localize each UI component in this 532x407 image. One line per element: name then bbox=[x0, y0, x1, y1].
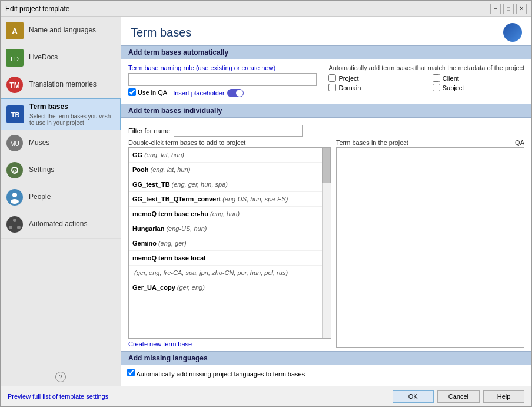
svg-point-19 bbox=[9, 226, 12, 229]
domain-checkbox[interactable] bbox=[328, 84, 336, 91]
client-checkbox-label[interactable]: Client bbox=[433, 74, 524, 82]
tm-icon: TM bbox=[5, 75, 24, 94]
individually-section: Filter for name Double-click term bases … bbox=[128, 125, 524, 348]
page-title: Term bases bbox=[131, 26, 191, 39]
naming-rule-options: Use in QA Insert placeholder bbox=[128, 88, 317, 98]
missing-lang-checkbox[interactable] bbox=[127, 369, 135, 376]
livedocs-icon: LD bbox=[5, 48, 24, 67]
use-in-qa-checkbox-label[interactable]: Use in QA bbox=[128, 88, 167, 96]
main-header: Term bases bbox=[121, 17, 531, 45]
term-list-right: Term bases in the project QA bbox=[336, 139, 524, 348]
title-bar: Edit project template − □ ✕ bbox=[1, 1, 531, 17]
sidebar-term-bases-content: Term bases Select the term bases you wis… bbox=[29, 102, 115, 126]
term-list-box[interactable]: GG (eng, lat, hun) + Pooh (eng, lat, hun… bbox=[128, 147, 331, 339]
svg-point-15 bbox=[11, 199, 19, 204]
term-name: memoQ term base en-hu bbox=[132, 210, 208, 217]
term-name: Gemino bbox=[132, 240, 157, 247]
maximize-button[interactable]: □ bbox=[503, 4, 514, 14]
naming-rule-input[interactable] bbox=[128, 73, 317, 86]
subject-checkbox-label[interactable]: Subject bbox=[433, 84, 524, 91]
svg-text:TB: TB bbox=[11, 111, 20, 118]
name-lang-icon: A bbox=[5, 21, 24, 40]
project-header: Term bases in the project bbox=[336, 139, 408, 146]
scrollbar-track[interactable] bbox=[322, 148, 331, 338]
term-bases-header-icon bbox=[503, 23, 522, 42]
auto-icon bbox=[5, 215, 24, 234]
term-icon: TB bbox=[6, 105, 25, 124]
term-list-left: Double-click term bases to add to projec… bbox=[128, 139, 331, 348]
sidebar-label-name-languages: Name and languages bbox=[29, 26, 96, 35]
sidebar-item-term-bases[interactable]: TB Term bases Select the term bases you … bbox=[1, 98, 121, 130]
main-window: Edit project template − □ ✕ A Name and l… bbox=[0, 0, 532, 407]
use-in-qa-checkbox[interactable] bbox=[128, 88, 136, 96]
term-langs: (ger, eng, fre-CA, spa, jpn, zho-CN, por… bbox=[134, 269, 288, 276]
term-item-memoq-local-langs[interactable]: (ger, eng, fre-CA, spa, jpn, zho-CN, por… bbox=[129, 266, 331, 280]
term-name: GG_test_TB_QTerm_convert bbox=[132, 196, 221, 203]
window-controls: − □ ✕ bbox=[490, 4, 527, 14]
svg-text:⚙: ⚙ bbox=[12, 168, 17, 174]
missing-lang-label: Automatically add missing project langua… bbox=[136, 370, 305, 378]
svg-text:A: A bbox=[12, 27, 18, 36]
term-item-ger-ua-copy[interactable]: Ger_UA_copy (ger, eng) + bbox=[129, 280, 331, 295]
metadata-label: Automatically add term bases that match … bbox=[328, 64, 524, 71]
term-name: GG_test_TB bbox=[132, 181, 170, 188]
sidebar-item-muses[interactable]: MU Muses bbox=[1, 130, 121, 157]
term-item-memoq-en-hu[interactable]: memoQ term base en-hu (eng, hun) + bbox=[129, 207, 331, 221]
sidebar-label-livedocs: LiveDocs bbox=[29, 53, 58, 62]
svg-text:LD: LD bbox=[11, 55, 19, 62]
scrollbar-thumb[interactable] bbox=[322, 148, 331, 183]
term-project-box bbox=[336, 147, 524, 348]
project-checkbox-label[interactable]: Project bbox=[328, 74, 420, 82]
missing-lang-section-bar: Add missing languages bbox=[121, 351, 531, 365]
help-button[interactable]: Help bbox=[483, 390, 524, 403]
domain-checkbox-label[interactable]: Domain bbox=[328, 84, 420, 91]
project-checkbox[interactable] bbox=[328, 74, 336, 82]
term-name: GG bbox=[132, 151, 142, 158]
naming-rule-label: Term base naming rule (use existing or c… bbox=[128, 64, 317, 71]
term-item-pooh[interactable]: Pooh (eng, lat, hun) + bbox=[129, 163, 331, 177]
term-item-hungarian[interactable]: Hungarian (eng-US, hun) + bbox=[129, 221, 331, 236]
term-langs: (eng, lat, hun) bbox=[144, 151, 184, 158]
term-item-gemino[interactable]: Gemino (eng, ger) + bbox=[129, 236, 331, 251]
minimize-button[interactable]: − bbox=[490, 4, 501, 14]
term-item-gg[interactable]: GG (eng, lat, hun) + bbox=[129, 148, 331, 163]
content-area: Term base naming rule (use existing or c… bbox=[121, 59, 531, 386]
sidebar-item-automated-actions[interactable]: Automated actions bbox=[1, 211, 121, 239]
close-button[interactable]: ✕ bbox=[516, 4, 527, 14]
client-checkbox[interactable] bbox=[433, 74, 440, 82]
window-footer: Preview full list of template settings O… bbox=[1, 386, 531, 406]
auto-add-section: Term base naming rule (use existing or c… bbox=[128, 64, 524, 98]
term-item-gg-test-tb-qterm[interactable]: GG_test_TB_QTerm_convert (eng-US, hun, s… bbox=[129, 192, 331, 207]
sidebar-item-settings[interactable]: ⚙ Settings bbox=[1, 157, 121, 184]
sidebar: A Name and languages LD LiveDocs bbox=[1, 17, 121, 386]
sidebar-item-translation-memories[interactable]: TM Translation memories bbox=[1, 71, 121, 98]
sidebar-item-livedocs[interactable]: LD LiveDocs bbox=[1, 44, 121, 71]
settings-icon: ⚙ bbox=[5, 161, 24, 180]
insert-placeholder-label: Insert placeholder bbox=[173, 90, 224, 97]
insert-placeholder-group[interactable]: Insert placeholder bbox=[173, 89, 243, 97]
naming-rule-group: Term base naming rule (use existing or c… bbox=[128, 64, 317, 98]
cancel-button[interactable]: Cancel bbox=[437, 390, 480, 403]
sidebar-sublabel-term-bases: Select the term bases you wish to use in… bbox=[29, 113, 115, 126]
subject-checkbox[interactable] bbox=[433, 84, 440, 91]
sidebar-item-people[interactable]: People bbox=[1, 184, 121, 211]
filter-input[interactable] bbox=[174, 125, 303, 137]
missing-lang-checkbox-label[interactable]: Automatically add missing project langua… bbox=[127, 369, 305, 378]
term-name: Hungarian bbox=[132, 225, 164, 232]
filter-label: Filter for name bbox=[128, 127, 170, 134]
sidebar-label-tm: Translation memories bbox=[29, 80, 97, 90]
question-icon[interactable]: ? bbox=[55, 372, 66, 382]
term-item-memoq-local[interactable]: memoQ term base local + bbox=[129, 251, 331, 266]
sidebar-item-name-languages[interactable]: A Name and languages bbox=[1, 17, 121, 44]
term-langs: (eng, hun) bbox=[210, 210, 240, 217]
preview-link[interactable]: Preview full list of template settings bbox=[8, 393, 108, 400]
missing-lang-content: Automatically add missing project langua… bbox=[121, 365, 531, 381]
term-name: Ger_UA_copy bbox=[132, 284, 175, 291]
ok-button[interactable]: OK bbox=[393, 390, 434, 403]
insert-placeholder-toggle[interactable] bbox=[227, 89, 244, 97]
metadata-section: Automatically add term bases that match … bbox=[328, 64, 524, 98]
term-item-gg-test-tb[interactable]: GG_test_TB (eng, ger, hun, spa) + bbox=[129, 177, 331, 192]
term-langs: (eng-US, hun, spa-ES) bbox=[222, 196, 288, 203]
term-langs: (ger, eng) bbox=[177, 284, 205, 291]
create-new-term-base-link[interactable]: Create new term base bbox=[128, 340, 331, 348]
